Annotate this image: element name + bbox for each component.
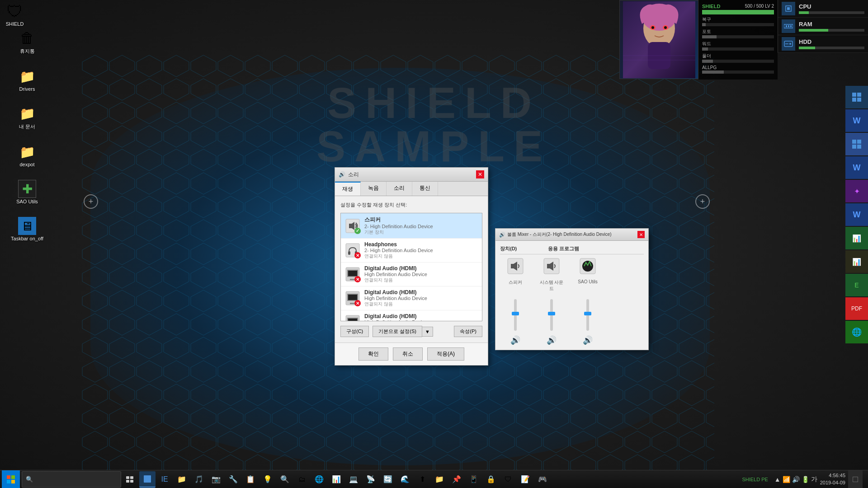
device-item-hdmi2[interactable]: ✕ Digital Audio (HDMI) High Definition A…	[341, 286, 482, 310]
shield-pe-badge: SHIELD PE	[742, 477, 768, 482]
mixer-close-button[interactable]: ✕	[637, 231, 645, 238]
taskbar-app-9[interactable]: 🔍	[277, 471, 293, 488]
sound-dialog-close-button[interactable]: ✕	[476, 170, 484, 178]
svg-rect-24	[857, 140, 861, 144]
taskbar-app-1[interactable]	[139, 471, 156, 488]
taskbar-app-20[interactable]: 📱	[466, 471, 482, 488]
headphones-name: Headphones	[364, 241, 433, 248]
stat-bar-bg-5	[702, 70, 774, 74]
taskbar-app-8[interactable]: 💡	[259, 471, 276, 488]
taskbar-app-15[interactable]: 🔄	[380, 471, 396, 488]
mixer-slider-system[interactable]	[538, 295, 565, 335]
desktop-icon-sao-utils[interactable]: ✚ SAO Utils	[9, 178, 45, 206]
ok-button[interactable]: 확인	[359, 347, 388, 361]
properties-button[interactable]: 속성(P)	[454, 326, 482, 337]
right-app-4[interactable]: W	[845, 156, 868, 179]
taskbar-app-2[interactable]: IE	[156, 471, 173, 488]
taskbar-app-21[interactable]: 🔒	[483, 471, 499, 488]
tab-communications[interactable]: 통신	[412, 182, 438, 196]
right-app-7[interactable]: 📊	[845, 227, 868, 249]
desktop-icon-taskbar[interactable]: 🖥 Taskbar on_off	[9, 215, 45, 243]
plus-button-left[interactable]: +	[84, 194, 98, 209]
desktop-icon-drivers[interactable]: 📁 Drivers	[9, 66, 45, 94]
show-desktop-button[interactable]	[848, 470, 863, 488]
taskbar-app-10[interactable]: 🗂	[294, 471, 310, 488]
tray-battery[interactable]: 🔋	[802, 476, 809, 483]
system-clock[interactable]: 4:56:45 2019-04-09	[820, 472, 845, 486]
right-app-8[interactable]: 📊	[845, 250, 868, 273]
device-item-hdmi3[interactable]: ✕ Digital Audio (HDMI) High Definition A…	[341, 310, 482, 321]
speaker-slider-thumb[interactable]	[512, 312, 519, 315]
right-app-2[interactable]: W	[845, 109, 868, 132]
taskbar-app-5[interactable]: 📷	[208, 471, 224, 488]
taskbar-icon-row: 🔍 IE 📁 🎵 📷 🔧	[20, 471, 742, 488]
tray-expand[interactable]: ▲	[774, 476, 781, 483]
sao-mute-icon[interactable]: 🔊	[583, 335, 593, 345]
svg-point-17	[789, 43, 791, 45]
taskbar-app-16[interactable]: 🌊	[397, 471, 413, 488]
system-mute-btn[interactable]: 🔊	[538, 335, 565, 345]
ram-perf-item: RAM	[778, 18, 868, 35]
taskbar-app-4[interactable]: 🎵	[191, 471, 207, 488]
taskbar-app-23[interactable]: 📝	[517, 471, 533, 488]
stat-bar-bg-1	[702, 23, 774, 26]
right-app-6[interactable]: W	[845, 203, 868, 226]
tray-keyboard[interactable]: 가	[811, 475, 817, 483]
taskbar-app-11[interactable]: 🌐	[311, 471, 327, 488]
mixer-panel: 🔊 볼륨 Mixer - 스피커(2- High Definition Audi…	[495, 228, 649, 350]
right-app-1[interactable]	[845, 86, 868, 108]
desktop-icon-recycle[interactable]: 🗑 휴지통	[9, 27, 45, 56]
speaker-mute-icon[interactable]: 🔊	[510, 335, 520, 345]
configure-button[interactable]: 구성(C)	[340, 326, 369, 337]
sao-slider-thumb[interactable]	[584, 312, 591, 315]
taskbar-app-3[interactable]: 📁	[174, 471, 190, 488]
right-app-3[interactable]	[845, 133, 868, 155]
start-button[interactable]	[2, 470, 20, 488]
right-app-11[interactable]: 🌐	[845, 321, 868, 343]
cancel-button[interactable]: 취소	[393, 347, 423, 361]
tab-sounds[interactable]: 소리	[387, 182, 412, 196]
sound-dialog-subtitle: 설정을 수정할 재생 장치 선택:	[340, 202, 482, 208]
taskbar-task-view[interactable]	[122, 471, 138, 488]
taskbar-app-22[interactable]: 🛡	[500, 471, 516, 488]
tab-playback[interactable]: 재생	[335, 182, 361, 196]
sao-mute-btn[interactable]: 🔊	[574, 335, 601, 345]
taskbar-app-6[interactable]: 🔧	[225, 471, 241, 488]
tab-recording[interactable]: 녹음	[361, 182, 387, 196]
right-app-10[interactable]: PDF	[845, 297, 868, 320]
taskbar-app-17[interactable]: ⬆	[414, 471, 430, 488]
taskbar-app-18[interactable]: 📁	[431, 471, 448, 488]
taskbar-app-12[interactable]: 📊	[328, 471, 344, 488]
plus-button-right[interactable]: +	[695, 194, 710, 209]
sound-dialog-title: 🔊 소리	[339, 171, 359, 178]
device-item-hdmi1[interactable]: ✕ Digital Audio (HDMI) High Definition A…	[341, 263, 482, 286]
apply-button[interactable]: 적용(A)	[427, 347, 464, 361]
right-app-9[interactable]: E	[845, 274, 868, 296]
device-item-headphones[interactable]: ✕ Headphones 2- High Definition Audio De…	[341, 239, 482, 263]
taskbar-app-13[interactable]: 💻	[345, 471, 362, 488]
stat-item-1: 복구	[702, 16, 774, 26]
hdmi1-text: Digital Audio (HDMI) High Definition Aud…	[364, 265, 427, 283]
taskbar-search[interactable]: 🔍	[22, 471, 121, 488]
system-slider-thumb[interactable]	[548, 312, 555, 315]
taskbar-app-14[interactable]: 📡	[363, 471, 379, 488]
desktop-icon-documents[interactable]: 📁 내 문서	[9, 103, 45, 132]
sound-dialog-tabs: 재생 녹음 소리 통신	[335, 182, 488, 196]
mixer-slider-speaker[interactable]	[502, 295, 529, 335]
set-default-dropdown[interactable]: ▼	[422, 327, 433, 337]
tray-network[interactable]: 📶	[783, 476, 790, 483]
set-default-button[interactable]: 기본으로 설정(S)	[373, 326, 422, 337]
speaker-mute-btn[interactable]: 🔊	[502, 335, 529, 345]
right-app-5[interactable]: ✦	[845, 180, 868, 202]
taskbar-app-7[interactable]: 📋	[242, 471, 259, 488]
taskbar-app-19[interactable]: 📌	[448, 471, 465, 488]
desktop-icon-dexpot[interactable]: 📁 dexpot	[9, 141, 45, 169]
device-item-speaker[interactable]: ✓ 스피커 2- High Definition Audio Device 기본…	[341, 213, 482, 239]
svg-rect-11	[787, 7, 790, 10]
mixer-slider-sao[interactable]	[574, 295, 601, 335]
tray-volume[interactable]: 🔊	[792, 476, 800, 483]
taskbar-app-24[interactable]: 🎮	[534, 471, 551, 488]
cpu-icon	[782, 2, 795, 15]
shield-desktop-icon[interactable]: 🛡 SHIELD	[2, 2, 27, 27]
system-mute-icon[interactable]: 🔊	[547, 335, 557, 345]
